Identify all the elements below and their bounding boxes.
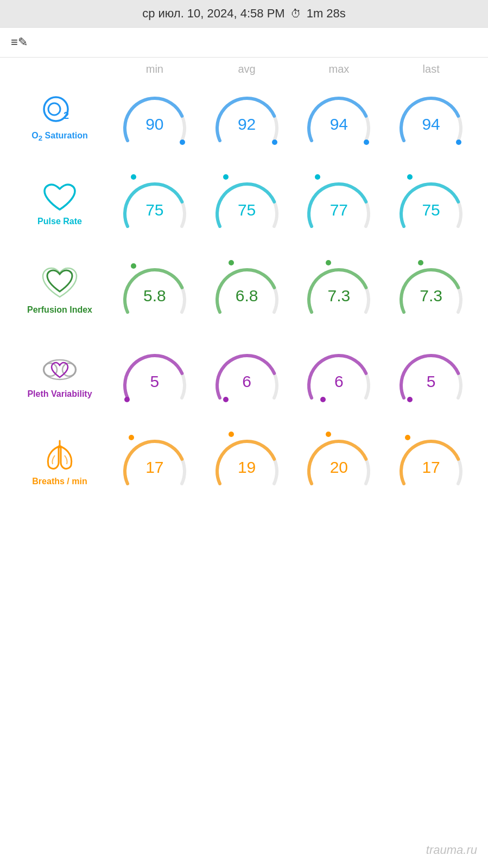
pleth-max-gauge: 6 <box>293 338 385 414</box>
pulse-avg-dot <box>223 174 229 180</box>
pleth-label: Pleth Variability <box>27 389 92 399</box>
pulse-label: Pulse Rate <box>37 217 82 226</box>
o2-max-gauge: 94 <box>293 81 385 157</box>
col-header-avg: avg <box>201 63 293 75</box>
pleth-avg-dot <box>223 397 229 402</box>
metric-row-o2: 2 O2 Saturation 90 92 <box>11 81 477 157</box>
col-header-last: last <box>385 63 477 75</box>
breaths-min-gauge: 17 <box>109 424 201 500</box>
perfusion-min-value: 5.8 <box>143 287 166 305</box>
o2-avg-dot <box>272 140 277 145</box>
pulse-avg-gauge: 75 <box>201 167 293 243</box>
o2-max-value: 94 <box>330 115 348 134</box>
pulse-max-value: 77 <box>330 201 348 219</box>
perfusion-avg-gauge: 6.8 <box>201 252 293 328</box>
o2-last-value: 94 <box>422 115 440 134</box>
pulse-max-gauge: 77 <box>293 167 385 243</box>
pulse-last-gauge: 75 <box>385 167 477 243</box>
pleth-last-gauge: 5 <box>385 338 477 414</box>
metric-label-perfusion: Perfusion Index <box>11 261 109 320</box>
metric-label-pulse: Pulse Rate <box>11 178 109 232</box>
status-datetime: ср июл. 10, 2024, 4:58 PM <box>142 7 285 21</box>
pleth-last-value: 5 <box>427 372 436 391</box>
breaths-last-gauge: 17 <box>385 424 477 500</box>
perfusion-max-gauge: 7.3 <box>293 252 385 328</box>
toolbar: ≡✎ <box>0 28 488 58</box>
perfusion-avg-dot <box>229 260 234 265</box>
o2-avg-value: 92 <box>238 115 256 134</box>
o2-min-value: 90 <box>145 115 163 134</box>
perfusion-max-value: 7.3 <box>328 287 351 305</box>
o2-last-gauge: 94 <box>385 81 477 157</box>
breaths-max-gauge: 20 <box>293 424 385 500</box>
pleth-avg-gauge: 6 <box>201 338 293 414</box>
metric-row-pleth: Pleth Variability 5 6 <box>11 338 477 414</box>
breaths-last-value: 17 <box>422 458 440 477</box>
status-duration: 1m 28s <box>307 7 346 21</box>
metric-row-breaths: Breaths / min 17 19 <box>11 424 477 500</box>
breaths-min-icon <box>40 438 80 473</box>
perfusion-min-gauge: 5.8 <box>109 252 201 328</box>
clock-icon: ⏱ <box>290 8 301 20</box>
svg-point-1 <box>48 103 60 115</box>
col-header-min: min <box>109 63 201 75</box>
pulse-rate-icon <box>43 183 76 213</box>
pleth-max-value: 6 <box>334 372 344 391</box>
perfusion-min-dot <box>131 263 136 269</box>
perfusion-label: Perfusion Index <box>27 305 92 315</box>
perfusion-last-value: 7.3 <box>420 287 442 305</box>
breaths-max-value: 20 <box>330 458 348 477</box>
status-bar: ср июл. 10, 2024, 4:58 PM ⏱ 1m 28s <box>0 0 488 28</box>
svg-text:2: 2 <box>64 110 69 121</box>
breaths-avg-value: 19 <box>238 458 256 477</box>
perfusion-index-icon <box>41 267 79 302</box>
edit-icon[interactable]: ≡✎ <box>11 35 28 49</box>
o2-min-dot <box>180 140 185 145</box>
o2-label: O2 Saturation <box>31 131 87 142</box>
pleth-avg-value: 6 <box>242 372 251 391</box>
breaths-min-dot <box>129 435 134 440</box>
main-content: min avg max last 2 O2 Saturation <box>0 58 488 521</box>
watermark: trauma.ru <box>426 843 477 857</box>
perfusion-avg-value: 6.8 <box>236 287 258 305</box>
o2-saturation-icon: 2 <box>41 95 79 128</box>
pleth-min-dot <box>124 397 130 402</box>
column-headers: min avg max last <box>11 63 477 75</box>
pulse-min-dot <box>131 174 136 180</box>
breaths-label: Breaths / min <box>32 477 87 486</box>
pulse-last-value: 75 <box>422 201 440 219</box>
pleth-min-gauge: 5 <box>109 338 201 414</box>
pulse-min-value: 75 <box>145 201 163 219</box>
metric-label-breaths: Breaths / min <box>11 433 109 492</box>
breaths-avg-dot <box>229 432 234 437</box>
pulse-avg-value: 75 <box>238 201 256 219</box>
o2-avg-gauge: 92 <box>201 81 293 157</box>
o2-min-gauge: 90 <box>109 81 201 157</box>
pleth-min-value: 5 <box>150 372 160 391</box>
pleth-variability-icon <box>40 353 80 386</box>
metric-label-pleth: Pleth Variability <box>11 348 109 404</box>
breaths-min-value: 17 <box>145 458 163 477</box>
metric-label-o2: 2 O2 Saturation <box>11 90 109 148</box>
metric-row-pulse: Pulse Rate 75 75 <box>11 167 477 243</box>
breaths-avg-gauge: 19 <box>201 424 293 500</box>
col-header-max: max <box>293 63 385 75</box>
pulse-min-gauge: 75 <box>109 167 201 243</box>
metric-row-perfusion: Perfusion Index 5.8 6.8 <box>11 252 477 328</box>
perfusion-last-gauge: 7.3 <box>385 252 477 328</box>
